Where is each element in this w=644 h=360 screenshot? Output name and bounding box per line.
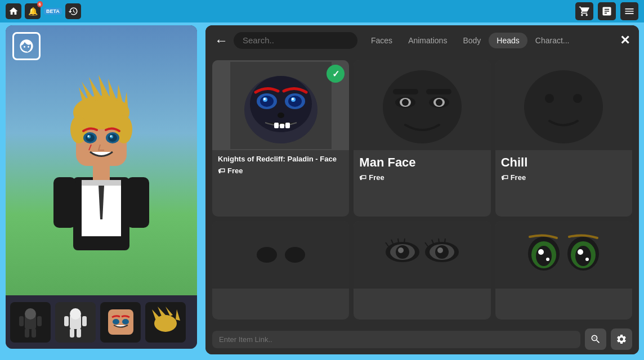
svg-rect-4 [53,177,76,228]
avatar-character [39,53,163,267]
svg-point-104 [575,246,591,266]
tab-animations[interactable]: Animations [400,33,455,48]
svg-point-61 [278,112,284,118]
svg-point-91 [437,248,443,253]
tab-heads[interactable]: Heads [489,33,527,48]
thumbnail-item[interactable] [10,302,51,343]
svg-rect-5 [127,177,149,228]
item-card[interactable]: ✓ Knights of Redcliff: Paladin - Face 🏷 … [212,60,349,217]
price-tag-icon: 🏷 [218,166,225,175]
item-label: Man Face 🏷 Free [354,150,490,186]
tab-faces[interactable]: Faces [363,33,400,48]
face-scan-icon [12,32,41,60]
svg-point-106 [585,258,589,261]
svg-rect-59 [280,124,284,128]
home-icon[interactable] [6,3,21,19]
tab-body[interactable]: Body [455,33,489,48]
svg-line-94 [439,238,439,242]
svg-rect-39 [108,309,133,335]
item-link-input[interactable] [212,331,580,348]
face-preview-4 [230,221,332,289]
svg-point-25 [110,136,112,137]
shop-bottom [205,324,639,354]
item-preview [495,221,632,289]
svg-rect-58 [274,123,279,128]
svg-line-87 [404,238,405,242]
item-card[interactable]: Man Face 🏷 Free [354,60,490,217]
item-name: Chill [501,155,627,171]
price-tag-icon: 🏷 [359,173,366,182]
item-name: Man Face [359,155,485,171]
svg-rect-60 [285,123,290,128]
top-bar-right [575,2,638,20]
nav-tabs: Faces Animations Body Heads Charact... [363,33,610,48]
thumbnail-item[interactable] [55,302,96,343]
wardrobe-icon[interactable] [598,2,616,20]
cart-icon[interactable] [575,2,593,20]
back-button[interactable]: ← [214,34,228,47]
item-card[interactable] [212,221,349,320]
face-preview-6 [513,221,614,289]
menu-icon[interactable] [620,2,638,20]
shop-header: ← Faces Animations Body Heads Charact...… [205,25,639,56]
svg-rect-76 [230,221,332,289]
svg-line-95 [445,238,445,242]
search-input[interactable] [243,35,348,45]
svg-rect-65 [426,89,451,94]
svg-rect-31 [25,328,29,338]
face-preview-3 [513,62,614,149]
svg-point-74 [545,94,554,103]
svg-point-83 [398,248,404,253]
face-preview-1 [230,62,332,149]
notification-icon[interactable]: 🔔 6 [25,3,41,19]
thumbnail-item[interactable] [100,302,141,343]
svg-point-101 [546,258,549,261]
svg-rect-96 [513,221,614,289]
svg-point-41 [122,319,129,325]
svg-point-40 [113,319,119,325]
svg-rect-36 [82,316,87,326]
item-card[interactable] [495,221,632,320]
item-preview: ✓ [212,60,349,150]
svg-rect-35 [64,316,69,326]
price-value: Free [227,166,243,175]
close-button[interactable]: ✕ [620,33,630,48]
svg-point-34 [70,308,81,320]
svg-point-21 [88,136,90,137]
svg-rect-38 [77,328,81,338]
shop-panel: ← Faces Animations Body Heads Charact...… [205,25,639,354]
left-panel [6,25,197,349]
svg-point-28 [25,308,36,320]
settings-button[interactable] [611,328,632,350]
item-card[interactable] [354,221,490,320]
item-price: 🏷 Free [218,166,343,175]
items-grid: ✓ Knights of Redcliff: Paladin - Face 🏷 … [205,56,639,324]
zoom-button[interactable] [585,328,606,350]
price-tag-icon: 🏷 [501,173,508,182]
svg-point-63 [383,70,462,143]
top-bar: 🔔 6 BETA [0,0,644,22]
tab-characters[interactable]: Charact... [527,33,578,48]
item-name: Knights of Redcliff: Paladin - Face [218,155,343,164]
item-preview [212,221,349,289]
item-preview [495,60,632,150]
price-value: Free [369,173,384,182]
svg-rect-37 [70,328,74,338]
item-card[interactable]: Chill 🏷 Free [495,60,632,217]
top-bar-left: 🔔 6 BETA [6,3,81,19]
history-icon[interactable] [65,3,81,19]
svg-point-78 [285,247,305,263]
avatar-display [6,25,197,295]
svg-point-71 [436,99,442,106]
item-preview [354,60,490,150]
svg-point-105 [578,249,583,255]
price-value: Free [511,173,526,182]
thumbnail-item[interactable] [145,302,186,343]
notification-badge: 6 [37,1,43,7]
face-preview-2 [372,62,473,149]
item-price: 🏷 Free [359,173,485,182]
search-container [234,32,357,49]
svg-point-77 [257,247,277,263]
selected-check: ✓ [327,65,345,83]
svg-point-55 [288,96,302,107]
